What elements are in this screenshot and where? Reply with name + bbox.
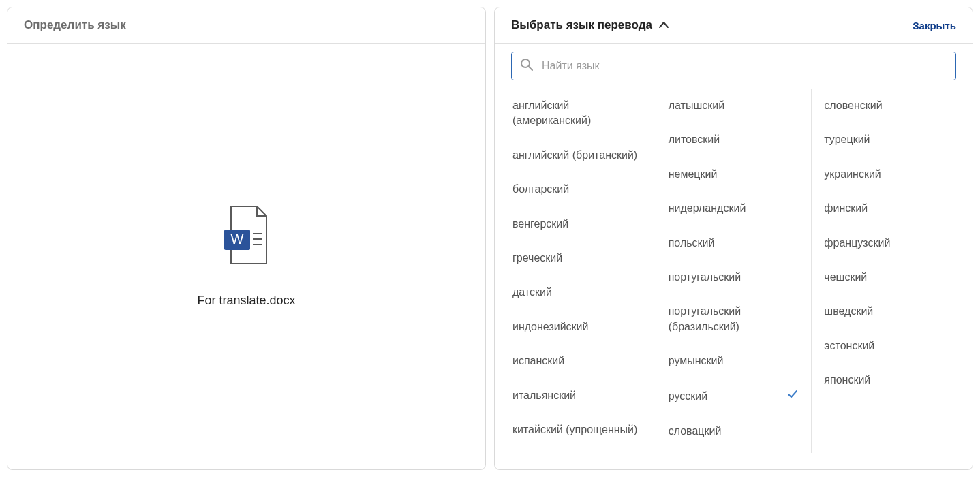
language-label: латышский [669,98,724,113]
language-option[interactable]: латышский [667,89,801,123]
language-option[interactable]: украинский [823,157,956,191]
language-label: румынский [669,354,724,369]
check-icon [786,388,799,405]
language-label: польский [669,236,715,251]
language-option[interactable]: датский [511,275,645,309]
language-label: чешский [824,270,867,285]
language-option[interactable]: индонезийский [511,310,645,344]
language-column: английский (американский)английский (бри… [511,89,656,453]
language-option[interactable]: румынский [667,344,801,378]
search-icon [520,58,534,74]
language-option[interactable]: английский (британский) [511,138,645,172]
language-label: греческий [512,251,562,266]
language-option[interactable]: венгерский [511,207,645,241]
language-label: индонезийский [512,319,588,334]
language-label: английский (американский) [512,98,643,129]
language-option[interactable]: немецкий [667,157,801,191]
language-option[interactable]: эстонский [823,329,956,363]
chevron-up-icon [658,19,670,31]
word-document-icon: W [223,205,271,266]
language-option[interactable]: турецкий [823,123,956,157]
language-label: болгарский [512,182,569,197]
select-language-title: Выбрать язык перевода [511,18,652,32]
language-label: турецкий [824,132,870,147]
language-label: китайский (упрощенный) [512,422,637,437]
svg-line-6 [529,67,532,70]
source-panel-header: Определить язык [7,7,485,44]
close-button[interactable]: Закрыть [913,20,956,31]
language-column: словенскийтурецкийукраинскийфинскийфранц… [812,89,956,453]
target-panel: Выбрать язык перевода Закрыть английский… [494,7,973,470]
language-search-input[interactable] [542,60,947,72]
language-option[interactable]: итальянский [511,379,645,413]
document-area: W For translate.docx [197,205,295,308]
detect-language-title[interactable]: Определить язык [24,18,126,32]
language-label: португальский [669,270,741,285]
language-option[interactable]: китайский (упрощенный) [511,413,645,447]
source-panel-body: W For translate.docx [7,44,485,469]
language-option[interactable]: русский [667,379,801,414]
language-option[interactable]: английский (американский) [511,89,645,138]
language-label: португальский (бразильский) [669,304,799,334]
language-option[interactable]: шведский [823,294,956,328]
language-column: латышскийлитовскийнемецкийнидерландскийп… [656,89,812,453]
language-columns: английский (американский)английский (бри… [511,89,956,453]
language-option[interactable]: словенский [823,89,956,123]
language-option[interactable]: болгарский [511,172,645,206]
language-option[interactable]: французский [823,226,956,260]
language-label: финский [824,201,868,216]
language-label: словацкий [669,424,722,439]
language-option[interactable]: нидерландский [667,191,801,225]
language-option[interactable]: польский [667,226,801,260]
document-filename: For translate.docx [197,294,295,308]
language-option[interactable]: литовский [667,123,801,157]
language-label: шведский [824,304,873,319]
target-panel-body: английский (американский)английский (бри… [495,44,973,469]
language-label: эстонский [824,339,874,354]
language-option[interactable]: чешский [823,260,956,294]
target-panel-header: Выбрать язык перевода Закрыть [495,7,973,44]
select-language-dropdown[interactable]: Выбрать язык перевода [511,18,670,32]
language-label: немецкий [669,167,718,182]
language-label: итальянский [512,388,576,403]
language-label: литовский [669,132,720,147]
language-label: украинский [824,167,881,182]
language-label: венгерский [512,217,568,232]
language-label: русский [669,389,707,404]
language-label: словенский [824,98,882,113]
language-option[interactable]: испанский [511,344,645,378]
language-label: английский (британский) [512,148,637,163]
source-panel: Определить язык W For translate.docx [7,7,486,470]
language-search-box[interactable] [511,52,956,80]
language-label: французский [824,236,890,251]
language-label: датский [512,285,552,300]
language-label: японский [824,373,870,388]
svg-text:W: W [230,232,243,247]
language-label: испанский [512,354,564,369]
language-option[interactable]: японский [823,363,956,397]
language-option[interactable]: португальский (бразильский) [667,294,801,344]
language-option[interactable]: словацкий [667,414,801,448]
language-option[interactable]: греческий [511,241,645,275]
language-option[interactable]: португальский [667,260,801,294]
language-option[interactable]: финский [823,191,956,225]
language-label: нидерландский [669,201,746,216]
svg-point-5 [521,59,530,67]
